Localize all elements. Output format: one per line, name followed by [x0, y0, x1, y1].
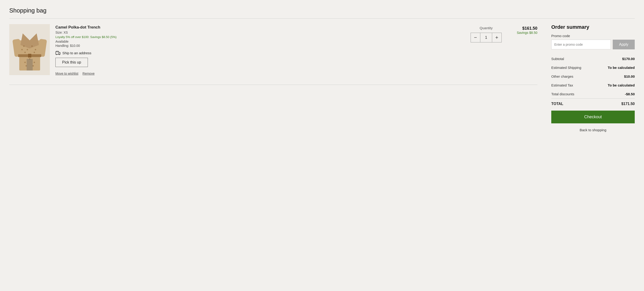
- svg-rect-6: [28, 54, 31, 58]
- svg-point-15: [24, 62, 26, 63]
- ship-icon: [56, 51, 60, 55]
- summary-row-value: To be calculated: [608, 66, 635, 70]
- svg-point-8: [27, 49, 28, 50]
- svg-point-9: [31, 46, 33, 47]
- item-actions: Move to wishlist Remove: [56, 72, 465, 75]
- total-row: TOTAL $171.50: [551, 98, 635, 110]
- svg-point-7: [23, 46, 24, 47]
- checkout-button[interactable]: Checkout: [551, 110, 635, 123]
- quantity-increase-button[interactable]: +: [492, 33, 502, 42]
- promo-row: Apply: [551, 40, 635, 50]
- total-label: TOTAL: [551, 102, 563, 106]
- quantity-controls: − 1 +: [470, 33, 502, 42]
- pick-up-button[interactable]: Pick this up: [56, 58, 88, 67]
- page-title: Shopping bag: [9, 7, 635, 14]
- summary-row: Estimated ShippingTo be calculated: [551, 63, 635, 72]
- product-details: Camel Polka-dot Trench Size: XS Loyalty …: [56, 24, 465, 75]
- summary-row-label: Other charges: [551, 74, 573, 78]
- promo-label: Promo code: [551, 34, 635, 38]
- summary-row: Estimated TaxTo be calculated: [551, 81, 635, 90]
- summary-row-label: Estimated Shipping: [551, 66, 581, 70]
- product-image-svg: [12, 26, 47, 73]
- product-size: Size: XS: [56, 30, 465, 34]
- summary-row: Other charges$10.00: [551, 72, 635, 81]
- total-value: $171.50: [621, 102, 635, 106]
- quantity-section: Quantity − 1 +: [470, 24, 502, 42]
- price-section: $161.50 Savings $8.50: [507, 24, 537, 34]
- summary-rows: Subtotal$170.00Estimated ShippingTo be c…: [551, 54, 635, 98]
- svg-point-12: [34, 52, 35, 53]
- product-name: Camel Polka-dot Trench: [56, 25, 465, 30]
- product-image: [9, 24, 50, 75]
- product-handling: Handling: $10.00: [56, 44, 465, 48]
- order-summary-title: Order summary: [551, 24, 635, 30]
- price-savings: Savings $8.50: [517, 31, 537, 34]
- title-divider: [9, 18, 635, 18]
- svg-rect-20: [56, 52, 59, 54]
- remove-link[interactable]: Remove: [82, 72, 94, 75]
- svg-point-13: [21, 49, 23, 50]
- summary-row-value: -$8.50: [625, 92, 635, 96]
- svg-rect-19: [27, 59, 33, 70]
- cart-item: Camel Polka-dot Trench Size: XS Loyalty …: [9, 24, 537, 82]
- svg-point-16: [34, 62, 35, 63]
- summary-row-value: $170.00: [622, 57, 635, 61]
- ship-to-address-label: Ship to an address: [62, 51, 91, 55]
- main-layout: Camel Polka-dot Trench Size: XS Loyalty …: [9, 24, 635, 132]
- summary-row-value: $10.00: [624, 74, 635, 78]
- summary-row-label: Estimated Tax: [551, 83, 573, 87]
- promo-code-input[interactable]: [551, 40, 611, 50]
- product-availability: Available: [56, 40, 465, 43]
- summary-row-label: Subtotal: [551, 57, 564, 61]
- ship-to-address-row: Ship to an address: [56, 51, 465, 55]
- move-to-wishlist-link[interactable]: Move to wishlist: [56, 72, 78, 75]
- order-summary: Order summary Promo code Apply Subtotal$…: [551, 24, 635, 132]
- cart-section: Camel Polka-dot Trench Size: XS Loyalty …: [9, 24, 537, 85]
- summary-row-value: To be calculated: [608, 83, 635, 87]
- back-to-shopping-link[interactable]: Back to shopping: [551, 128, 635, 132]
- summary-row: Subtotal$170.00: [551, 54, 635, 63]
- price-main: $161.50: [522, 26, 537, 31]
- svg-point-11: [24, 52, 26, 53]
- loyalty-text: Loyalty 5% off over $100: Savings $8.50 …: [56, 35, 465, 39]
- quantity-value: 1: [480, 33, 492, 42]
- summary-row-label: Total discounts: [551, 92, 574, 96]
- svg-point-10: [35, 49, 36, 50]
- quantity-label: Quantity: [480, 26, 492, 30]
- summary-row: Total discounts-$8.50: [551, 90, 635, 98]
- apply-button[interactable]: Apply: [613, 40, 635, 50]
- quantity-decrease-button[interactable]: −: [470, 33, 480, 42]
